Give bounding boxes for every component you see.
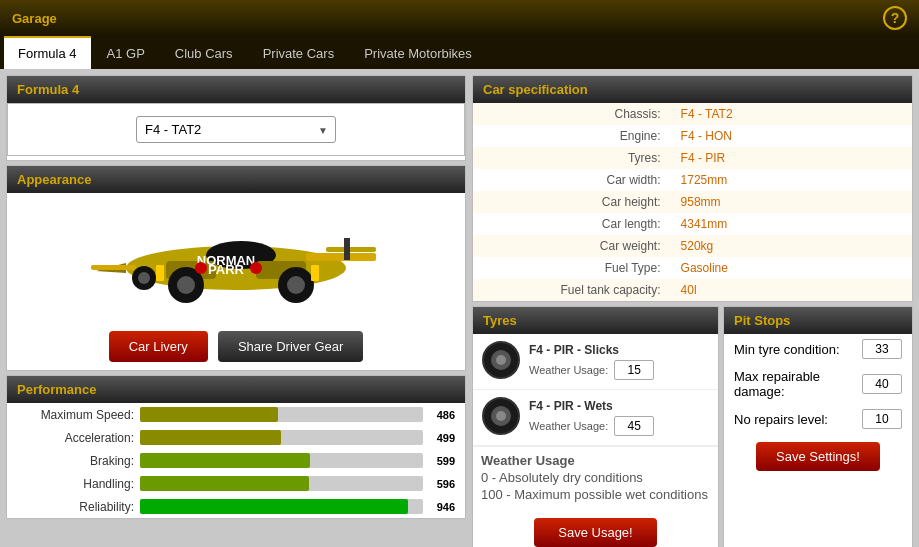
tyre-usage-row: Weather Usage: bbox=[529, 360, 710, 380]
perf-row: Reliability:946 bbox=[7, 495, 465, 518]
svg-rect-5 bbox=[326, 247, 376, 252]
app-title: Garage bbox=[12, 11, 57, 26]
tyre-usage-label: Weather Usage: bbox=[529, 420, 608, 432]
pitstop-row: Min tyre condition: bbox=[724, 334, 912, 364]
spec-row: Car length:4341mm bbox=[473, 213, 912, 235]
tab-private-motorbikes[interactable]: Private Motorbikes bbox=[350, 36, 486, 69]
pitstop-input[interactable] bbox=[862, 409, 902, 429]
spec-label: Tyres: bbox=[473, 147, 671, 169]
weather-legend: Weather Usage 0 - Absolutely dry conditi… bbox=[473, 446, 718, 510]
spec-value: 40l bbox=[671, 279, 912, 301]
perf-row: Acceleration:499 bbox=[7, 426, 465, 449]
spec-value: 958mm bbox=[671, 191, 912, 213]
weather-legend-0: 0 - Absolutely dry conditions bbox=[481, 470, 710, 485]
svg-point-22 bbox=[496, 355, 506, 365]
car-select-wrapper: F4 - TAT2 bbox=[136, 116, 336, 143]
formula4-header: Formula 4 bbox=[7, 76, 465, 103]
tyre-name: F4 - PIR - Slicks bbox=[529, 343, 710, 357]
tab-club-cars[interactable]: Club Cars bbox=[161, 36, 247, 69]
svg-point-17 bbox=[195, 262, 207, 274]
svg-rect-18 bbox=[156, 265, 164, 281]
tyres-header: Tyres bbox=[473, 307, 718, 334]
appearance-header: Appearance bbox=[7, 166, 465, 193]
tyre-item: F4 - PIR - SlicksWeather Usage: bbox=[473, 334, 718, 390]
pitstop-rows: Min tyre condition:Max repairable damage… bbox=[724, 334, 912, 434]
perf-bar-inner bbox=[140, 476, 309, 491]
tab-a1gp[interactable]: A1 GP bbox=[93, 36, 159, 69]
svg-point-9 bbox=[177, 276, 195, 294]
spec-label: Chassis: bbox=[473, 103, 671, 125]
spec-label: Fuel tank capacity: bbox=[473, 279, 671, 301]
spec-row: Car height:958mm bbox=[473, 191, 912, 213]
perf-bar-inner bbox=[140, 453, 310, 468]
svg-text:PARR: PARR bbox=[208, 262, 244, 277]
svg-rect-6 bbox=[91, 265, 136, 270]
perf-bar-value: 499 bbox=[437, 432, 455, 444]
bottom-right: Tyres F4 - PIR - SlicksWeather Usage:F4 … bbox=[472, 306, 913, 547]
car-select[interactable]: F4 - TAT2 bbox=[136, 116, 336, 143]
appearance-panel: Appearance bbox=[6, 165, 466, 371]
pitstop-input[interactable] bbox=[862, 374, 902, 394]
tyre-item: F4 - PIR - WetsWeather Usage: bbox=[473, 390, 718, 446]
pitstop-row: Max repairable damage: bbox=[724, 364, 912, 404]
tyre-name: F4 - PIR - Wets bbox=[529, 399, 710, 413]
tyre-usage-row: Weather Usage: bbox=[529, 416, 710, 436]
svg-point-16 bbox=[250, 262, 262, 274]
spec-row: Car weight:520kg bbox=[473, 235, 912, 257]
spec-label: Car height: bbox=[473, 191, 671, 213]
svg-rect-4 bbox=[306, 253, 376, 261]
car-image: NORMAN PARR bbox=[86, 203, 386, 313]
spec-value: 1725mm bbox=[671, 169, 912, 191]
svg-point-13 bbox=[138, 272, 150, 284]
spec-panel: Car specification Chassis:F4 - TAT2Engin… bbox=[472, 75, 913, 302]
performance-rows: Maximum Speed:486Acceleration:499Braking… bbox=[7, 403, 465, 518]
formula4-box: Formula 4 F4 - TAT2 bbox=[6, 75, 466, 161]
tab-private-cars[interactable]: Private Cars bbox=[249, 36, 349, 69]
perf-bar-outer: 499 bbox=[140, 430, 423, 445]
tyre-icon bbox=[481, 396, 521, 439]
perf-bar-value: 596 bbox=[437, 478, 455, 490]
perf-bar-value: 946 bbox=[437, 501, 455, 513]
spec-row: Tyres:F4 - PIR bbox=[473, 147, 912, 169]
pitstop-input[interactable] bbox=[862, 339, 902, 359]
spec-label: Car length: bbox=[473, 213, 671, 235]
car-livery-button[interactable]: Car Livery bbox=[109, 331, 208, 362]
perf-bar-inner bbox=[140, 430, 281, 445]
spec-row: Fuel Type:Gasoline bbox=[473, 257, 912, 279]
perf-bar-outer: 596 bbox=[140, 476, 423, 491]
spec-value: 520kg bbox=[671, 235, 912, 257]
tyre-items: F4 - PIR - SlicksWeather Usage:F4 - PIR … bbox=[473, 334, 718, 446]
pitstop-label: Min tyre condition: bbox=[734, 342, 840, 357]
spec-value: 4341mm bbox=[671, 213, 912, 235]
save-usage-button[interactable]: Save Usage! bbox=[534, 518, 656, 547]
perf-bar-outer: 946 bbox=[140, 499, 423, 514]
weather-legend-100: 100 - Maximum possible wet conditions bbox=[481, 487, 710, 502]
spec-value: F4 - PIR bbox=[671, 147, 912, 169]
perf-row: Maximum Speed:486 bbox=[7, 403, 465, 426]
spec-header: Car specification bbox=[473, 76, 912, 103]
save-settings-button[interactable]: Save Settings! bbox=[756, 442, 880, 471]
help-button[interactable]: ? bbox=[883, 6, 907, 30]
spec-label: Car width: bbox=[473, 169, 671, 191]
tyre-usage-input[interactable] bbox=[614, 416, 654, 436]
svg-rect-19 bbox=[311, 265, 319, 281]
perf-label: Acceleration: bbox=[15, 431, 140, 445]
car-image-area: NORMAN PARR bbox=[7, 193, 465, 323]
spec-row: Car width:1725mm bbox=[473, 169, 912, 191]
spec-label: Engine: bbox=[473, 125, 671, 147]
svg-point-11 bbox=[287, 276, 305, 294]
spec-value: Gasoline bbox=[671, 257, 912, 279]
tab-formula4[interactable]: Formula 4 bbox=[4, 36, 91, 69]
perf-bar-inner bbox=[140, 407, 278, 422]
buttons-row: Car Livery Share Driver Gear bbox=[7, 323, 465, 370]
share-driver-gear-button[interactable]: Share Driver Gear bbox=[218, 331, 363, 362]
right-panel: Car specification Chassis:F4 - TAT2Engin… bbox=[472, 75, 913, 547]
svg-point-25 bbox=[496, 411, 506, 421]
car-selector-panel: F4 - TAT2 bbox=[7, 103, 465, 156]
spec-row: Fuel tank capacity:40l bbox=[473, 279, 912, 301]
tyre-usage-label: Weather Usage: bbox=[529, 364, 608, 376]
perf-label: Braking: bbox=[15, 454, 140, 468]
tyre-usage-input[interactable] bbox=[614, 360, 654, 380]
perf-bar-value: 599 bbox=[437, 455, 455, 467]
spec-value: F4 - HON bbox=[671, 125, 912, 147]
